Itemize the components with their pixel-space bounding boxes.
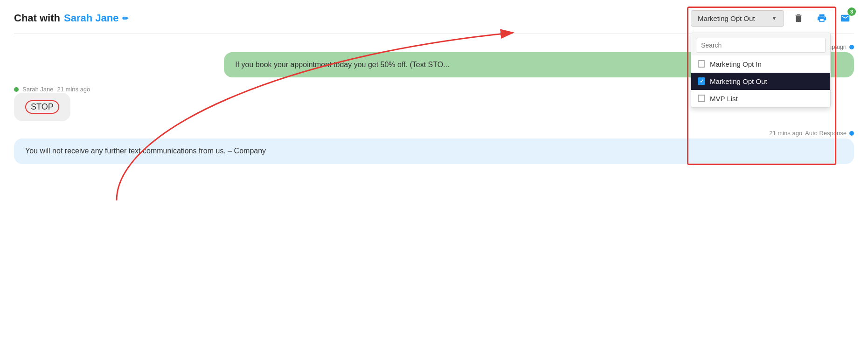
stop-text: STOP xyxy=(25,100,59,114)
campaign-dot xyxy=(849,45,854,49)
contact-name: Sarah Jane xyxy=(64,12,118,24)
incoming-message-bubble: STOP xyxy=(14,93,70,121)
mvp-list-checkbox[interactable] xyxy=(698,95,705,102)
email-badge: 3 xyxy=(847,7,856,16)
chat-header: Chat with Sarah Jane ✏ Marketing Opt Out… xyxy=(14,9,854,34)
dropdown-container: Marketing Opt Out ▼ Marketing Opt In xyxy=(691,10,784,27)
edit-icon[interactable]: ✏ xyxy=(122,14,128,23)
auto-response-label: Auto Response xyxy=(805,130,847,137)
dropdown-label: Marketing Opt Out xyxy=(698,14,755,22)
dropdown-item-marketing-opt-out[interactable]: Marketing Opt Out xyxy=(691,73,830,90)
email-button[interactable]: 3 xyxy=(836,9,854,27)
chat-title: Chat with Sarah Jane ✏ xyxy=(14,12,128,24)
auto-response-row: You will not receive any further text co… xyxy=(14,138,854,164)
sender-name: Sarah Jane xyxy=(22,86,54,93)
marketing-opt-in-label: Marketing Opt In xyxy=(710,60,762,68)
mvp-list-label: MVP List xyxy=(710,95,738,103)
auto-response-text: You will not receive any further text co… xyxy=(25,147,266,155)
online-status-dot xyxy=(14,87,19,92)
message-timestamp: 21 mins ago xyxy=(57,86,90,93)
header-actions: Marketing Opt Out ▼ Marketing Opt In xyxy=(691,9,854,27)
auto-response-dot xyxy=(849,131,854,136)
dropdown-menu: Marketing Opt In Marketing Opt Out MVP L… xyxy=(691,33,831,108)
dropdown-item-marketing-opt-in[interactable]: Marketing Opt In xyxy=(691,55,830,73)
marketing-opt-out-label: Marketing Opt Out xyxy=(710,77,767,85)
dropdown-search-wrapper xyxy=(691,33,830,55)
marketing-opt-out-checkbox[interactable] xyxy=(698,77,705,85)
outgoing-message-text: If you book your appointment today you g… xyxy=(235,61,449,69)
page-container: Chat with Sarah Jane ✏ Marketing Opt Out… xyxy=(0,0,868,344)
dropdown-item-mvp-list[interactable]: MVP List xyxy=(691,90,830,107)
marketing-opt-out-dropdown[interactable]: Marketing Opt Out ▼ xyxy=(691,10,784,27)
auto-response-timestamp: 21 mins ago xyxy=(769,130,802,137)
search-input[interactable] xyxy=(696,38,826,53)
marketing-opt-in-checkbox[interactable] xyxy=(698,60,705,68)
auto-response-meta: 21 mins ago Auto Response xyxy=(14,130,854,137)
chat-title-prefix: Chat with xyxy=(14,12,60,24)
chevron-down-icon: ▼ xyxy=(771,15,777,21)
delete-button[interactable] xyxy=(790,9,807,27)
print-button[interactable] xyxy=(813,9,831,27)
auto-response-bubble: You will not receive any further text co… xyxy=(14,138,854,164)
